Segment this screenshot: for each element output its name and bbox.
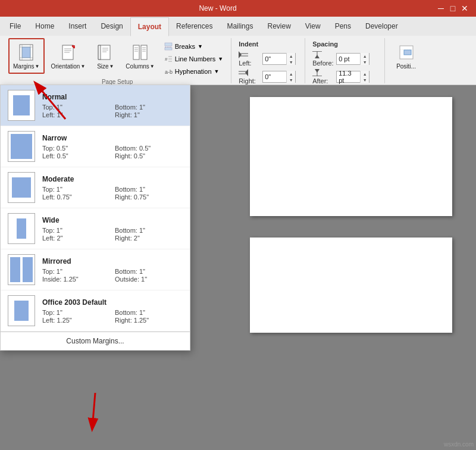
indent-right-down[interactable]: ▼ <box>287 77 295 83</box>
narrow-bottom: Bottom: 0.5" <box>115 145 183 152</box>
spacing-after-label: After: <box>312 69 334 85</box>
margin-office2003-inner <box>14 301 29 321</box>
tab-home[interactable]: Home <box>28 17 61 36</box>
margin-wide-item[interactable]: Wide Top: 1" Bottom: 1" Left: 2" Right: … <box>1 208 190 249</box>
margin-narrow-item[interactable]: Narrow Top: 0.5" Bottom: 0.5" Left: 0.5"… <box>1 126 190 167</box>
tab-insert[interactable]: Insert <box>61 17 93 36</box>
margin-normal-item[interactable]: Normal Top: 1" Bottom: 1" Left: 1" Right… <box>1 85 190 126</box>
svg-text:#: # <box>165 57 168 62</box>
indent-left-down[interactable]: ▼ <box>287 59 295 65</box>
margin-normal-name: Normal <box>42 93 183 101</box>
spacing-before-value: 0 pt <box>337 55 360 62</box>
columns-button[interactable]: Columns▼ <box>121 38 158 74</box>
moderate-right: Right: 0.75" <box>115 193 183 201</box>
margin-wide-inner <box>17 218 26 239</box>
indent-right-arrows: ▲ ▼ <box>286 71 295 83</box>
normal-right: Right: 1" <box>115 111 183 118</box>
tab-mailings[interactable]: Mailings <box>220 17 260 36</box>
tab-pens[interactable]: Pens <box>328 17 358 36</box>
svg-marker-42 <box>315 55 320 58</box>
spacing-label: Spacing <box>312 40 380 48</box>
spacing-after-value: 11.3 pt <box>337 70 360 84</box>
margin-narrow-details: Top: 0.5" Bottom: 0.5" Left: 0.5" Right:… <box>42 145 183 160</box>
line-numbers-label: Line Numbers <box>175 55 215 62</box>
custom-margins-label: Custom Margins... <box>66 337 124 345</box>
title-text: New - Word <box>0 4 436 12</box>
spacing-before-spinner[interactable]: 0 pt ▲ ▼ <box>336 53 369 65</box>
spacing-before-up[interactable]: ▲ <box>361 53 369 59</box>
breaks-arrow: ▼ <box>198 43 203 49</box>
margins-button[interactable]: Margins▼ <box>8 38 45 74</box>
spacing-before-down[interactable]: ▼ <box>361 59 369 65</box>
ribbon-tabs: File Home Insert Design Layout Reference… <box>0 17 476 36</box>
maximize-button[interactable]: □ <box>447 3 458 14</box>
margin-mirrored-preview-inner <box>8 255 35 285</box>
position-group: Positi... <box>387 38 425 83</box>
spacing-after-up[interactable]: ▲ <box>361 71 369 77</box>
margin-normal-inner <box>13 95 30 115</box>
svg-rect-26 <box>165 43 172 46</box>
tab-references[interactable]: References <box>169 17 220 36</box>
page-separator <box>250 223 464 230</box>
mirrored-inside: Inside: 1.25" <box>42 276 110 283</box>
tab-review[interactable]: Review <box>260 17 298 36</box>
svg-marker-36 <box>239 51 242 58</box>
position-button[interactable]: Positi... <box>392 38 420 74</box>
size-label: Size▼ <box>97 63 114 70</box>
margin-mirrored-info: Mirrored Top: 1" Bottom: 1" Inside: 1.25… <box>42 257 183 283</box>
indent-right-up[interactable]: ▲ <box>287 71 295 77</box>
svg-marker-45 <box>315 69 320 73</box>
orientation-button[interactable]: Orientation▼ <box>47 38 90 74</box>
spacing-before-label: Before: <box>312 51 334 67</box>
margin-mirrored-item[interactable]: Mirrored Top: 1" Bottom: 1" Inside: 1.25… <box>1 249 190 290</box>
margin-mirrored-name: Mirrored <box>42 257 183 265</box>
tab-developer[interactable]: Developer <box>358 17 405 36</box>
tab-view[interactable]: View <box>298 17 328 36</box>
narrow-top: Top: 0.5" <box>42 145 110 152</box>
watermark: wsxdn.com <box>444 441 474 448</box>
margin-office2003-name: Office 2003 Default <box>42 298 183 307</box>
margin-moderate-details: Top: 1" Bottom: 1" Left: 0.75" Right: 0.… <box>42 186 183 201</box>
indent-left-arrows: ▲ ▼ <box>286 53 295 65</box>
normal-top: Top: 1" <box>42 104 110 111</box>
tab-file[interactable]: File <box>2 17 28 36</box>
margin-normal-details: Top: 1" Bottom: 1" Left: 1" Right: 1" <box>42 104 183 118</box>
minimize-button[interactable]: ─ <box>436 3 446 14</box>
indent-left-spinner[interactable]: 0" ▲ ▼ <box>262 53 296 65</box>
svg-rect-11 <box>101 45 110 60</box>
hyphenation-arrow: ▼ <box>214 68 220 74</box>
office2003-top: Top: 1" <box>42 309 110 316</box>
breaks-label: Breaks <box>175 43 195 50</box>
svg-marker-39 <box>245 69 248 76</box>
close-button[interactable]: ✕ <box>459 3 470 14</box>
spacing-after-down[interactable]: ▼ <box>361 77 369 83</box>
breaks-button[interactable]: Breaks ▼ <box>161 40 226 52</box>
line-numbers-button[interactable]: # Line Numbers ▼ <box>161 53 226 65</box>
indent-right-spinner[interactable]: 0" ▲ ▼ <box>262 71 296 83</box>
columns-icon <box>131 43 150 62</box>
narrow-right: Right: 0.5" <box>115 152 183 160</box>
mirrored-bottom: Bottom: 1" <box>115 268 183 275</box>
margin-wide-info: Wide Top: 1" Bottom: 1" Left: 2" Right: … <box>42 216 183 242</box>
custom-margins-item[interactable]: Custom Margins... <box>1 332 190 350</box>
document-page-2 <box>250 238 452 333</box>
indent-right-value: 0" <box>263 73 286 80</box>
indent-left-up[interactable]: ▲ <box>287 53 295 59</box>
hyphenation-button[interactable]: a-b Hyphenation ▼ <box>161 65 226 77</box>
margin-office2003-info: Office 2003 Default Top: 1" Bottom: 1" L… <box>42 298 183 324</box>
spacing-after-spinner[interactable]: 11.3 pt ▲ ▼ <box>336 71 369 83</box>
tab-layout[interactable]: Layout <box>130 17 169 36</box>
tab-design[interactable]: Design <box>93 17 130 36</box>
hyphenation-label: Hyphenation <box>175 68 212 75</box>
margin-wide-preview <box>8 213 35 244</box>
spacing-before-arrows: ▲ ▼ <box>360 53 369 65</box>
size-button[interactable]: Size▼ <box>92 38 119 74</box>
margin-narrow-preview <box>8 131 35 162</box>
margin-office2003-item[interactable]: Office 2003 Default Top: 1" Bottom: 1" L… <box>1 290 190 332</box>
ribbon-content: Margins▼ <box>0 36 476 85</box>
size-icon <box>96 43 115 62</box>
ribbon: File Home Insert Design Layout Reference… <box>0 17 476 85</box>
mirrored-right <box>23 257 33 282</box>
svg-rect-1 <box>22 47 30 58</box>
margin-moderate-item[interactable]: Moderate Top: 1" Bottom: 1" Left: 0.75" … <box>1 167 190 208</box>
